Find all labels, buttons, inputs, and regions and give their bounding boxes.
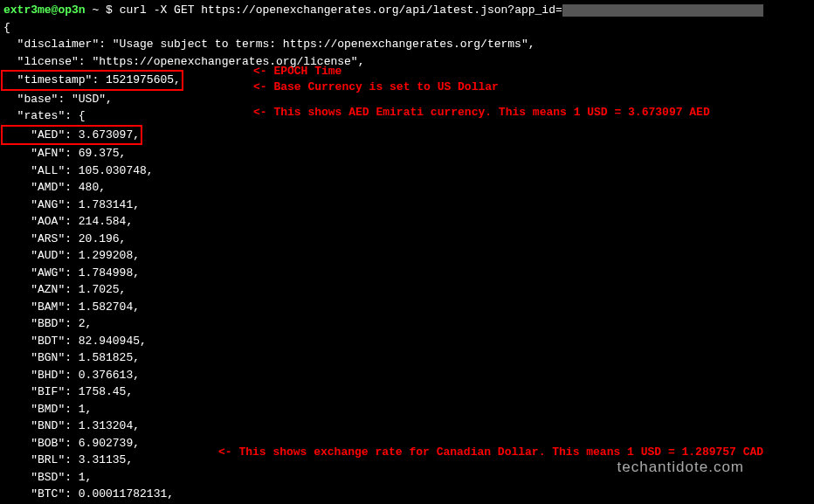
prompt-symbol: $	[106, 3, 113, 17]
json-license: "license": "https://openexchangerates.or…	[3, 53, 811, 71]
prompt-separator: ~	[92, 3, 106, 17]
redacted-app-id	[562, 4, 763, 17]
highlight-aed: "AED": 3.673097,	[1, 125, 142, 146]
json-aed-row: "AED": 3.673097,	[3, 125, 811, 146]
json-disclaimer: "disclaimer": "Usage subject to terms: h…	[3, 36, 811, 53]
json-open-brace: {	[3, 19, 811, 37]
json-bif: "BIF": 1758.45,	[3, 383, 811, 401]
json-bbd: "BBD": 2,	[3, 315, 811, 333]
json-amd: "AMD": 480,	[3, 179, 811, 197]
highlight-timestamp: "timestamp": 1521975605,	[1, 70, 183, 91]
json-bmd: "BMD": 1,	[3, 401, 811, 418]
json-aud: "AUD": 1.299208,	[3, 247, 811, 265]
json-all: "ALL": 105.030748,	[3, 162, 811, 180]
json-aoa: "AOA": 214.584,	[3, 213, 811, 231]
json-bdt: "BDT": 82.940945,	[3, 333, 811, 350]
terminal-prompt-line: extr3me@op3n ~ $ curl -X GET https://ope…	[3, 2, 811, 19]
prompt-user: extr3me@op3n	[3, 3, 86, 17]
annotation-epoch: <- EPOCH Time	[253, 63, 341, 80]
annotation-base: <- Base Currency is set to US Dollar	[253, 79, 499, 96]
watermark: techantidote.com	[617, 456, 744, 479]
json-bgn: "BGN": 1.581825,	[3, 349, 811, 367]
command-text: curl -X GET https://openexchangerates.or…	[120, 3, 562, 17]
json-ars: "ARS": 20.196,	[3, 231, 811, 248]
json-btc: "BTC": 0.00011782131,	[3, 486, 811, 503]
json-afn: "AFN": 69.375,	[3, 145, 811, 162]
json-ang: "ANG": 1.783141,	[3, 197, 811, 214]
annotation-aed: <- This shows AED Emirati currency. This…	[253, 104, 710, 121]
json-bam: "BAM": 1.582704,	[3, 299, 811, 316]
json-azn: "AZN": 1.7025,	[3, 281, 811, 299]
json-bhd: "BHD": 0.376613,	[3, 367, 811, 384]
json-awg: "AWG": 1.784998,	[3, 265, 811, 282]
json-bnd: "BND": 1.313204,	[3, 418, 811, 435]
